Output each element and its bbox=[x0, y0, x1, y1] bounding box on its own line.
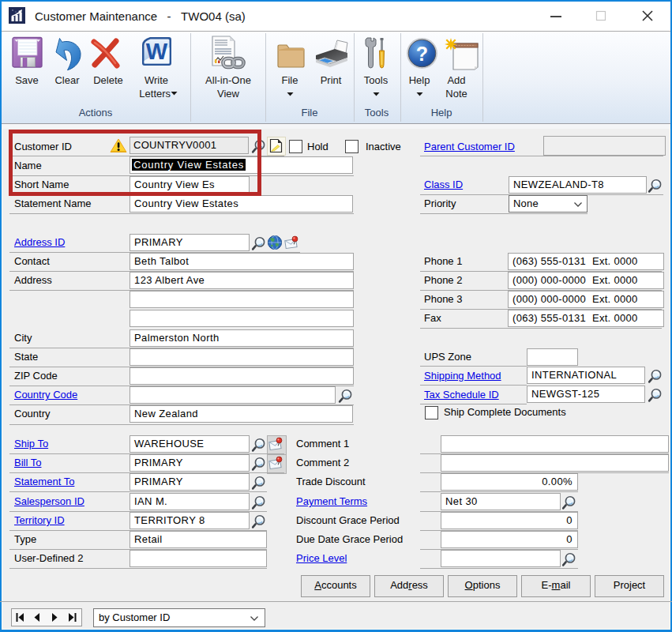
svg-text:W: W bbox=[146, 39, 168, 64]
svg-text:?: ? bbox=[416, 43, 428, 65]
